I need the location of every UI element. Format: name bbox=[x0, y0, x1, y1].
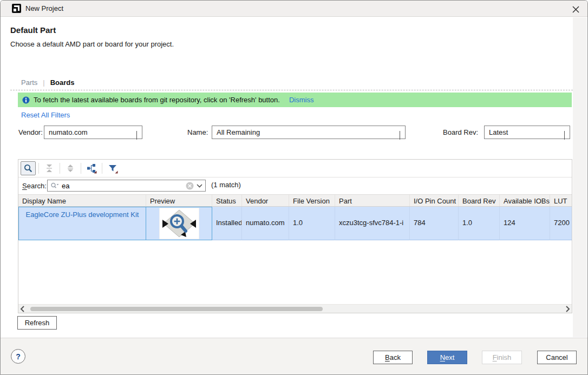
column-header-display-name[interactable]: Display Name bbox=[18, 195, 146, 206]
cancel-button[interactable]: Cancel bbox=[537, 351, 577, 364]
tab-dashed-divider bbox=[10, 90, 573, 90]
cell-display-name[interactable]: EagleCore ZU-Plus development Kit bbox=[18, 207, 146, 240]
column-header-available-iobs[interactable]: Available IOBs bbox=[500, 195, 550, 206]
scrollbar-thumb[interactable] bbox=[30, 307, 323, 311]
vendor-label: Vendor: bbox=[18, 128, 43, 136]
tab-parts[interactable]: Parts bbox=[21, 78, 37, 87]
column-header-status[interactable]: Status bbox=[212, 195, 242, 206]
filter-button[interactable] bbox=[105, 161, 120, 175]
cell-part[interactable]: xczu3tcg-sfvc784-1-i bbox=[335, 207, 410, 240]
toolbar-divider bbox=[102, 163, 102, 174]
cell-vendor[interactable]: numato.com bbox=[242, 207, 289, 240]
search-label: Search: bbox=[22, 182, 47, 190]
horizontal-scrollbar[interactable] bbox=[18, 304, 572, 313]
column-header-vendor[interactable]: Vendor bbox=[242, 195, 289, 206]
name-select-value: All Remaining bbox=[217, 128, 260, 136]
cell-io-pin-count[interactable]: 784 bbox=[410, 207, 459, 240]
content-right-margin bbox=[573, 17, 587, 337]
parts-boards-tabs: Parts|Boards bbox=[21, 78, 75, 87]
column-header-part[interactable]: Part bbox=[335, 195, 410, 206]
scroll-left-icon[interactable] bbox=[20, 306, 25, 314]
cell-board-rev[interactable]: 1.0 bbox=[459, 207, 500, 240]
group-by-button[interactable] bbox=[84, 161, 99, 175]
info-icon bbox=[22, 96, 30, 104]
board-rev-label: Board Rev: bbox=[443, 128, 478, 136]
vendor-select-value: numato.com bbox=[49, 128, 88, 136]
column-header-file-version[interactable]: File Version bbox=[289, 195, 335, 206]
close-icon[interactable] bbox=[571, 4, 580, 14]
board-rev-select-value: Latest bbox=[489, 128, 508, 136]
info-banner: To fetch the latest available boards fro… bbox=[18, 93, 572, 107]
filter-icon bbox=[108, 163, 118, 174]
match-count: (1 match) bbox=[211, 181, 241, 189]
toolbar-divider bbox=[81, 163, 81, 174]
help-button[interactable]: ? bbox=[11, 349, 25, 364]
chevron-down-icon bbox=[136, 131, 137, 139]
cell-status[interactable]: Installed bbox=[212, 207, 242, 240]
vendor-select[interactable]: numato.com bbox=[44, 126, 142, 139]
column-header-preview[interactable]: Preview bbox=[146, 195, 212, 206]
title-bar: New Project bbox=[1, 1, 587, 17]
dialog-title: New Project bbox=[25, 4, 63, 12]
search-row: Search: bbox=[18, 178, 572, 193]
search-box bbox=[47, 180, 206, 192]
new-project-dialog: New Project Default Part Choose a defaul… bbox=[0, 0, 588, 375]
next-button[interactable]: Next bbox=[427, 351, 467, 364]
scroll-right-icon[interactable] bbox=[565, 306, 570, 314]
board-list-panel: Search: bbox=[18, 159, 572, 313]
clear-search-icon[interactable] bbox=[186, 182, 194, 190]
group-by-icon bbox=[87, 163, 97, 174]
banner-text: To fetch the latest available boards fro… bbox=[34, 96, 280, 104]
cell-preview[interactable] bbox=[146, 207, 212, 240]
toolbar-divider bbox=[38, 163, 39, 174]
board-preview-thumbnail[interactable] bbox=[159, 208, 199, 239]
column-header-lut[interactable]: LUT bbox=[550, 195, 572, 206]
collapse-all-button[interactable] bbox=[42, 161, 57, 175]
page-subtitle: Choose a default AMD part or board for y… bbox=[10, 40, 174, 48]
reset-all-filters-link[interactable]: Reset All Filters bbox=[21, 111, 70, 119]
refresh-button[interactable]: Refresh bbox=[17, 316, 57, 330]
dismiss-link[interactable]: Dismiss bbox=[289, 96, 314, 104]
list-toolbar bbox=[18, 160, 572, 177]
help-question-icon: ? bbox=[16, 352, 21, 361]
board-rev-select[interactable]: Latest bbox=[484, 126, 570, 139]
back-button[interactable]: Back bbox=[373, 351, 413, 364]
name-select[interactable]: All Remaining bbox=[212, 126, 406, 139]
chevron-down-icon bbox=[564, 131, 565, 139]
column-header-io-pin-count[interactable]: I/O Pin Count bbox=[410, 195, 459, 206]
table-header: Display Name Preview Status Vendor File … bbox=[18, 194, 572, 207]
expand-all-button[interactable] bbox=[63, 161, 78, 175]
column-header-board-rev[interactable]: Board Rev bbox=[459, 195, 500, 206]
cell-file-version[interactable]: 1.0 bbox=[289, 207, 335, 240]
finish-button[interactable]: Finish bbox=[482, 351, 522, 364]
collapse-all-icon bbox=[44, 163, 54, 173]
search-icon bbox=[23, 163, 33, 173]
cell-lut[interactable]: 7200 bbox=[550, 207, 572, 240]
table-row[interactable]: EagleCore ZU-Plus development Kit bbox=[18, 207, 572, 240]
page-title: Default Part bbox=[10, 25, 56, 35]
search-history-chevron-icon[interactable] bbox=[197, 184, 202, 188]
expand-all-icon bbox=[66, 163, 75, 173]
tab-boards[interactable]: Boards bbox=[50, 78, 75, 87]
chevron-down-icon bbox=[400, 131, 400, 139]
filter-row: Vendor: numato.com Name: All Remaining B… bbox=[1, 126, 587, 139]
tab-separator: | bbox=[43, 78, 44, 87]
name-label: Name: bbox=[187, 128, 208, 136]
search-toggle-button[interactable] bbox=[21, 161, 36, 175]
search-input[interactable] bbox=[60, 182, 186, 190]
search-field-icon bbox=[50, 182, 60, 189]
vivado-logo-icon bbox=[12, 4, 21, 13]
toolbar-divider bbox=[60, 163, 60, 174]
cell-available-iobs[interactable]: 124 bbox=[500, 207, 550, 240]
